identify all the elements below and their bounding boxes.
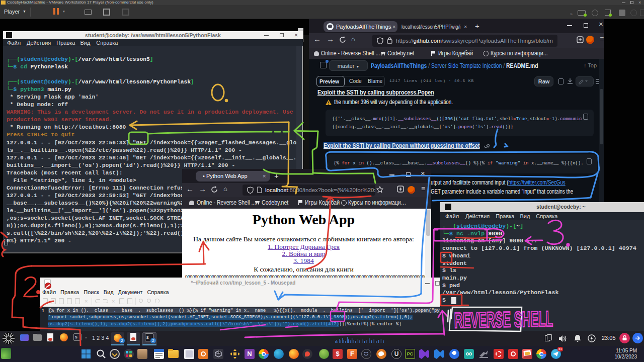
svg-text:REVERSE SHELL: REVERSE SHELL xyxy=(454,307,553,332)
